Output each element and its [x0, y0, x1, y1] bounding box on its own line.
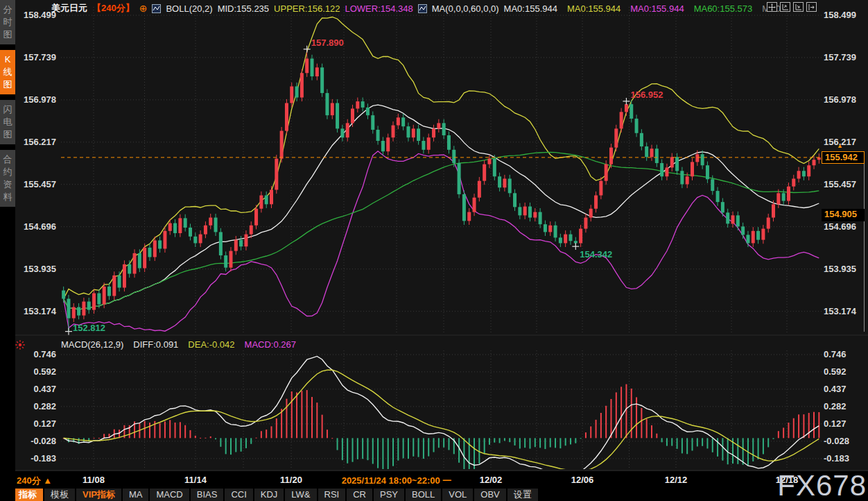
indicator-tabs: 指标模板VIP指标MAMACDBIASCCIKDJLW&RSICRPSYBOLL… — [12, 489, 538, 501]
x-axis-label: 11/08 — [83, 475, 105, 485]
period-selector-label: 240分 — [17, 475, 41, 486]
tab-cci[interactable]: CCI — [225, 489, 252, 501]
ma-values: MA0:155.944MA0:155.944MA0:155.944MA60:15… — [504, 3, 783, 14]
ma-params-label: MA(0,0,0,60,0,0) — [432, 3, 499, 14]
crosshair-tool-icon[interactable] — [767, 2, 777, 12]
tab-macd[interactable]: MACD — [150, 489, 189, 501]
boll-lower-value: LOWER:154.348 — [345, 3, 413, 14]
macd-tick-label: 0.592 — [33, 366, 56, 377]
boll-indicator-icon — [152, 4, 161, 13]
x-axis-label: 11/14 — [184, 475, 207, 485]
price-tick-label: 153.174 — [24, 306, 56, 317]
ma-value: MA0:155.944 — [504, 3, 557, 14]
x-axis-label: 12/12 — [665, 475, 688, 485]
macd-tick-label: 0.282 — [33, 401, 56, 412]
tab-rsi[interactable]: RSI — [318, 489, 346, 501]
sidebar-item-contract-info[interactable]: 合 约 资 料 — [0, 150, 15, 207]
price-tick-label: 156.217 — [24, 137, 56, 148]
macd-tick-label: 0.592 — [824, 366, 847, 377]
ma-value: MA60:155.573 — [694, 3, 753, 14]
x-axis-label: 12/06 — [571, 475, 594, 485]
price-tick-label: 156.978 — [824, 94, 856, 105]
chart-toolbar — [767, 2, 817, 12]
macd-tick-label: -0.028 — [31, 436, 56, 447]
macd-tick-label: 0.437 — [33, 384, 56, 395]
add-indicator-icon[interactable]: ⊕ — [139, 3, 148, 14]
svg-text:154.342: 154.342 — [580, 249, 612, 260]
price-tick-label: 156.978 — [24, 94, 56, 105]
bollinger-bands — [64, 17, 819, 332]
time-axis: 2025/11/24 18:00~22:00 一 11/0811/1411/20… — [0, 473, 868, 487]
sidebar-item-time-chart[interactable]: 分 时 图 — [0, 0, 15, 44]
macd-tick-label: 0.127 — [824, 418, 847, 430]
tab-ma[interactable]: MA — [123, 489, 149, 501]
macd-diff-value: DIFF:0.091 — [133, 339, 178, 350]
symbol-title: 美元日元 — [51, 2, 87, 15]
price-tick-label: 153.935 — [24, 264, 56, 275]
tab-psy[interactable]: PSY — [374, 489, 404, 501]
candles — [62, 49, 821, 332]
boll-upper-value: UPPER:156.122 — [274, 3, 340, 14]
tab-cr[interactable]: CR — [347, 489, 372, 501]
session-range-label: 2025/11/24 18:00~22:00 一 — [342, 475, 452, 487]
price-tick-label: 157.739 — [24, 52, 56, 63]
watermark: FX678 — [777, 472, 867, 500]
tab-kdj[interactable]: KDJ — [254, 489, 284, 501]
macd-tick-label: 0.437 — [824, 384, 847, 395]
chart-header: 美元日元 【240分】 ⊕ BOLL(20,2) MID:155.235 UPP… — [51, 2, 783, 15]
tab-vip-indicator[interactable]: VIP指标 — [76, 489, 121, 501]
tab-boll[interactable]: BOLL — [406, 489, 441, 501]
current-price-badge: 155.942 — [822, 151, 865, 164]
tab-vol[interactable]: VOL — [442, 489, 473, 501]
macd-macd-value: MACD:0.267 — [245, 339, 296, 350]
sidebar-item-lightning-chart[interactable]: 闪 电 图 — [0, 100, 15, 144]
sidebar-item-kline-chart[interactable]: K 线 图 — [0, 50, 15, 94]
axis-expand-right-icon[interactable] — [793, 2, 804, 12]
pane-expand-icon[interactable] — [806, 2, 817, 12]
macd-pane — [63, 356, 820, 475]
price-tick-label: 154.696 — [824, 221, 856, 232]
period-label: 【240分】 — [92, 2, 134, 15]
price-tick-label: 155.457 — [824, 179, 856, 190]
period-selector[interactable]: 240分 ▲ — [17, 475, 52, 487]
boll-label: BOLL(20,2) — [166, 3, 212, 14]
secondary-price-badge: 154.905 — [822, 209, 865, 221]
price-tick-label: 157.739 — [824, 52, 856, 63]
macd-tick-label: 0.746 — [33, 349, 56, 360]
price-tick-label: 153.935 — [824, 264, 856, 275]
tab-indicator[interactable]: 指标 — [12, 489, 43, 501]
svg-text:156.952: 156.952 — [630, 90, 663, 100]
indicator-settings-icon[interactable] — [15, 339, 26, 350]
trading-app-window: 分 时 图K 线 图闪 电 图合 约 资 料 152.812157.890154… — [0, 0, 868, 501]
tab-bias[interactable]: BIAS — [191, 489, 224, 501]
macd-tick-label: -0.028 — [824, 436, 849, 447]
ma-value: MA0:155.944 — [630, 3, 684, 14]
svg-text:152.812: 152.812 — [73, 323, 105, 333]
tab-lw[interactable]: LW& — [285, 489, 316, 501]
price-annotations: 152.812157.890154.342156.952 — [65, 37, 663, 335]
ma-indicator-icon — [418, 4, 427, 13]
axis-expand-up-icon[interactable] — [780, 2, 790, 12]
price-tick-label: 155.457 — [24, 179, 56, 190]
macd-tick-label: 0.746 — [824, 349, 847, 360]
price-tick-label: 153.174 — [824, 306, 856, 317]
grid — [61, 7, 822, 469]
chart-canvas[interactable]: 152.812157.890154.342156.952 — [0, 0, 868, 501]
price-tick-label: 158.499 — [824, 10, 856, 21]
macd-tick-label: -0.183 — [31, 453, 56, 464]
macd-tick-label: -0.183 — [824, 453, 849, 464]
macd-tick-label: 0.282 — [824, 401, 847, 412]
macd-dea-value: DEA:-0.042 — [188, 339, 234, 350]
macd-title: MACD(26,12,9) — [61, 339, 123, 350]
x-axis-label: 11/20 — [280, 475, 302, 485]
boll-mid-value: MID:155.235 — [218, 3, 269, 14]
period-selector-arrow-icon: ▲ — [43, 475, 52, 486]
x-axis-label: 12/02 — [480, 475, 503, 485]
macd-tick-label: 0.127 — [33, 418, 56, 430]
tab-obv[interactable]: OBV — [474, 489, 505, 501]
tab-template[interactable]: 模板 — [44, 489, 75, 501]
price-axis-right: 158.499157.739156.978156.217155.457154.6… — [824, 0, 867, 471]
svg-text:157.890: 157.890 — [311, 37, 344, 48]
tab-settings[interactable]: 设置 — [507, 489, 538, 501]
sidebar: 分 时 图K 线 图闪 电 图合 约 资 料 — [0, 0, 15, 501]
